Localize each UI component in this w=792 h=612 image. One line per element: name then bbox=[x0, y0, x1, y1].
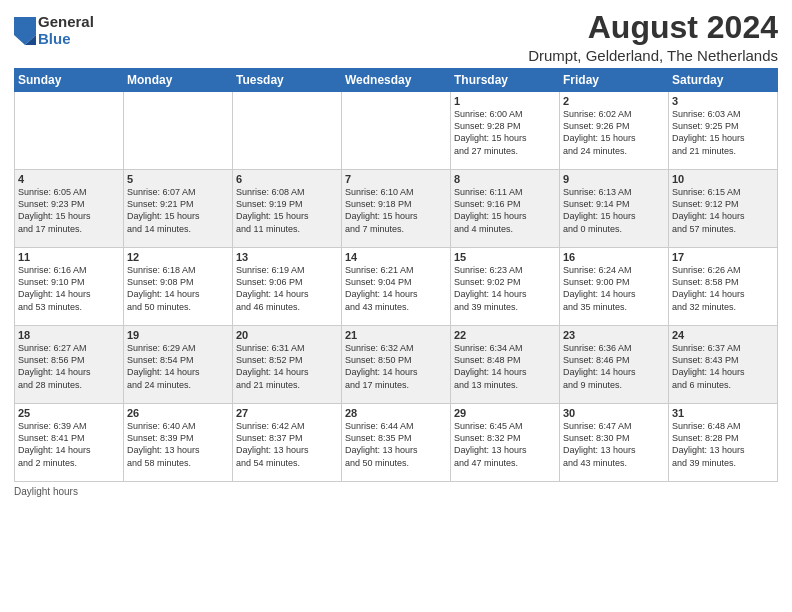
day-number: 5 bbox=[127, 173, 229, 185]
calendar-cell: 27Sunrise: 6:42 AM Sunset: 8:37 PM Dayli… bbox=[233, 404, 342, 482]
calendar-cell bbox=[15, 92, 124, 170]
footer: Daylight hours bbox=[14, 486, 778, 497]
cell-content: Sunrise: 6:13 AM Sunset: 9:14 PM Dayligh… bbox=[563, 186, 665, 235]
day-number: 14 bbox=[345, 251, 447, 263]
day-number: 22 bbox=[454, 329, 556, 341]
calendar-cell: 17Sunrise: 6:26 AM Sunset: 8:58 PM Dayli… bbox=[669, 248, 778, 326]
cell-content: Sunrise: 6:08 AM Sunset: 9:19 PM Dayligh… bbox=[236, 186, 338, 235]
day-number: 27 bbox=[236, 407, 338, 419]
calendar-cell: 2Sunrise: 6:02 AM Sunset: 9:26 PM Daylig… bbox=[560, 92, 669, 170]
calendar-cell: 30Sunrise: 6:47 AM Sunset: 8:30 PM Dayli… bbox=[560, 404, 669, 482]
calendar-cell: 13Sunrise: 6:19 AM Sunset: 9:06 PM Dayli… bbox=[233, 248, 342, 326]
cell-content: Sunrise: 6:37 AM Sunset: 8:43 PM Dayligh… bbox=[672, 342, 774, 391]
cell-content: Sunrise: 6:24 AM Sunset: 9:00 PM Dayligh… bbox=[563, 264, 665, 313]
day-number: 24 bbox=[672, 329, 774, 341]
calendar-header-monday: Monday bbox=[124, 69, 233, 92]
calendar-header-thursday: Thursday bbox=[451, 69, 560, 92]
cell-content: Sunrise: 6:18 AM Sunset: 9:08 PM Dayligh… bbox=[127, 264, 229, 313]
cell-content: Sunrise: 6:15 AM Sunset: 9:12 PM Dayligh… bbox=[672, 186, 774, 235]
cell-content: Sunrise: 6:45 AM Sunset: 8:32 PM Dayligh… bbox=[454, 420, 556, 469]
day-number: 15 bbox=[454, 251, 556, 263]
cell-content: Sunrise: 6:32 AM Sunset: 8:50 PM Dayligh… bbox=[345, 342, 447, 391]
calendar-cell bbox=[342, 92, 451, 170]
cell-content: Sunrise: 6:16 AM Sunset: 9:10 PM Dayligh… bbox=[18, 264, 120, 313]
calendar-cell: 22Sunrise: 6:34 AM Sunset: 8:48 PM Dayli… bbox=[451, 326, 560, 404]
cell-content: Sunrise: 6:11 AM Sunset: 9:16 PM Dayligh… bbox=[454, 186, 556, 235]
cell-content: Sunrise: 6:48 AM Sunset: 8:28 PM Dayligh… bbox=[672, 420, 774, 469]
day-number: 23 bbox=[563, 329, 665, 341]
calendar-header-friday: Friday bbox=[560, 69, 669, 92]
cell-content: Sunrise: 6:23 AM Sunset: 9:02 PM Dayligh… bbox=[454, 264, 556, 313]
month-year: August 2024 bbox=[528, 10, 778, 45]
calendar-cell: 15Sunrise: 6:23 AM Sunset: 9:02 PM Dayli… bbox=[451, 248, 560, 326]
day-number: 2 bbox=[563, 95, 665, 107]
calendar-cell: 24Sunrise: 6:37 AM Sunset: 8:43 PM Dayli… bbox=[669, 326, 778, 404]
cell-content: Sunrise: 6:02 AM Sunset: 9:26 PM Dayligh… bbox=[563, 108, 665, 157]
cell-content: Sunrise: 6:40 AM Sunset: 8:39 PM Dayligh… bbox=[127, 420, 229, 469]
cell-content: Sunrise: 6:47 AM Sunset: 8:30 PM Dayligh… bbox=[563, 420, 665, 469]
calendar-header-tuesday: Tuesday bbox=[233, 69, 342, 92]
day-number: 8 bbox=[454, 173, 556, 185]
cell-content: Sunrise: 6:03 AM Sunset: 9:25 PM Dayligh… bbox=[672, 108, 774, 157]
calendar-cell: 18Sunrise: 6:27 AM Sunset: 8:56 PM Dayli… bbox=[15, 326, 124, 404]
calendar-cell: 28Sunrise: 6:44 AM Sunset: 8:35 PM Dayli… bbox=[342, 404, 451, 482]
day-number: 19 bbox=[127, 329, 229, 341]
calendar-cell: 25Sunrise: 6:39 AM Sunset: 8:41 PM Dayli… bbox=[15, 404, 124, 482]
day-number: 12 bbox=[127, 251, 229, 263]
calendar-week-3: 18Sunrise: 6:27 AM Sunset: 8:56 PM Dayli… bbox=[15, 326, 778, 404]
day-number: 3 bbox=[672, 95, 774, 107]
day-number: 29 bbox=[454, 407, 556, 419]
day-number: 13 bbox=[236, 251, 338, 263]
day-number: 1 bbox=[454, 95, 556, 107]
calendar-cell: 21Sunrise: 6:32 AM Sunset: 8:50 PM Dayli… bbox=[342, 326, 451, 404]
location: Drumpt, Gelderland, The Netherlands bbox=[528, 47, 778, 64]
calendar-header-saturday: Saturday bbox=[669, 69, 778, 92]
calendar-cell: 7Sunrise: 6:10 AM Sunset: 9:18 PM Daylig… bbox=[342, 170, 451, 248]
calendar-week-4: 25Sunrise: 6:39 AM Sunset: 8:41 PM Dayli… bbox=[15, 404, 778, 482]
logo-text: General Blue bbox=[38, 14, 94, 47]
calendar-cell: 26Sunrise: 6:40 AM Sunset: 8:39 PM Dayli… bbox=[124, 404, 233, 482]
cell-content: Sunrise: 6:19 AM Sunset: 9:06 PM Dayligh… bbox=[236, 264, 338, 313]
day-number: 4 bbox=[18, 173, 120, 185]
cell-content: Sunrise: 6:31 AM Sunset: 8:52 PM Dayligh… bbox=[236, 342, 338, 391]
cell-content: Sunrise: 6:34 AM Sunset: 8:48 PM Dayligh… bbox=[454, 342, 556, 391]
title-block: August 2024 Drumpt, Gelderland, The Neth… bbox=[528, 10, 778, 64]
day-number: 21 bbox=[345, 329, 447, 341]
day-number: 17 bbox=[672, 251, 774, 263]
calendar-cell: 5Sunrise: 6:07 AM Sunset: 9:21 PM Daylig… bbox=[124, 170, 233, 248]
cell-content: Sunrise: 6:42 AM Sunset: 8:37 PM Dayligh… bbox=[236, 420, 338, 469]
day-number: 18 bbox=[18, 329, 120, 341]
calendar-cell: 1Sunrise: 6:00 AM Sunset: 9:28 PM Daylig… bbox=[451, 92, 560, 170]
calendar-table: SundayMondayTuesdayWednesdayThursdayFrid… bbox=[14, 68, 778, 482]
calendar-header-row: SundayMondayTuesdayWednesdayThursdayFrid… bbox=[15, 69, 778, 92]
calendar-cell: 20Sunrise: 6:31 AM Sunset: 8:52 PM Dayli… bbox=[233, 326, 342, 404]
calendar-cell: 4Sunrise: 6:05 AM Sunset: 9:23 PM Daylig… bbox=[15, 170, 124, 248]
day-number: 9 bbox=[563, 173, 665, 185]
cell-content: Sunrise: 6:10 AM Sunset: 9:18 PM Dayligh… bbox=[345, 186, 447, 235]
calendar-cell: 11Sunrise: 6:16 AM Sunset: 9:10 PM Dayli… bbox=[15, 248, 124, 326]
cell-content: Sunrise: 6:27 AM Sunset: 8:56 PM Dayligh… bbox=[18, 342, 120, 391]
calendar-header-sunday: Sunday bbox=[15, 69, 124, 92]
daylight-label: Daylight hours bbox=[14, 486, 78, 497]
calendar-cell: 29Sunrise: 6:45 AM Sunset: 8:32 PM Dayli… bbox=[451, 404, 560, 482]
calendar-cell: 6Sunrise: 6:08 AM Sunset: 9:19 PM Daylig… bbox=[233, 170, 342, 248]
cell-content: Sunrise: 6:21 AM Sunset: 9:04 PM Dayligh… bbox=[345, 264, 447, 313]
day-number: 25 bbox=[18, 407, 120, 419]
main-container: General Blue August 2024 Drumpt, Gelderl… bbox=[0, 0, 792, 612]
day-number: 11 bbox=[18, 251, 120, 263]
day-number: 30 bbox=[563, 407, 665, 419]
day-number: 7 bbox=[345, 173, 447, 185]
header: General Blue August 2024 Drumpt, Gelderl… bbox=[14, 10, 778, 64]
calendar-cell: 8Sunrise: 6:11 AM Sunset: 9:16 PM Daylig… bbox=[451, 170, 560, 248]
calendar-cell: 10Sunrise: 6:15 AM Sunset: 9:12 PM Dayli… bbox=[669, 170, 778, 248]
cell-content: Sunrise: 6:07 AM Sunset: 9:21 PM Dayligh… bbox=[127, 186, 229, 235]
calendar-week-1: 4Sunrise: 6:05 AM Sunset: 9:23 PM Daylig… bbox=[15, 170, 778, 248]
day-number: 26 bbox=[127, 407, 229, 419]
calendar-cell: 16Sunrise: 6:24 AM Sunset: 9:00 PM Dayli… bbox=[560, 248, 669, 326]
day-number: 16 bbox=[563, 251, 665, 263]
cell-content: Sunrise: 6:05 AM Sunset: 9:23 PM Dayligh… bbox=[18, 186, 120, 235]
day-number: 10 bbox=[672, 173, 774, 185]
logo: General Blue bbox=[14, 14, 94, 47]
calendar-week-0: 1Sunrise: 6:00 AM Sunset: 9:28 PM Daylig… bbox=[15, 92, 778, 170]
logo-general-text: General bbox=[38, 14, 94, 31]
